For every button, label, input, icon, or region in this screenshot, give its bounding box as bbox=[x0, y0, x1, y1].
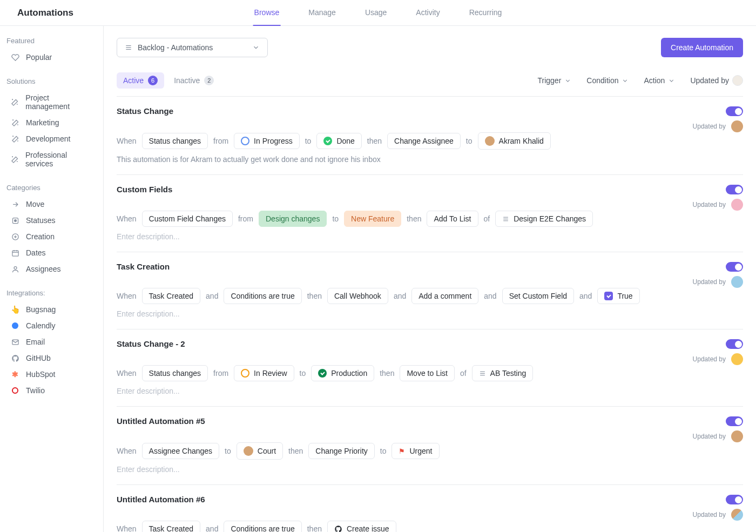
sidebar-item-label: Professional services bbox=[25, 151, 92, 168]
sidebar-item-assignees[interactable]: Assignees bbox=[0, 261, 103, 277]
filter-updated-by[interactable]: Updated by bbox=[690, 75, 743, 86]
sidebar-item-popular[interactable]: Popular bbox=[0, 49, 103, 65]
sidebar-item-hubspot[interactable]: ✱HubSpot bbox=[0, 366, 103, 382]
header-tab-manage[interactable]: Manage bbox=[307, 0, 337, 26]
sidebar-item-email[interactable]: Email bbox=[0, 334, 103, 350]
enable-toggle[interactable] bbox=[726, 416, 743, 426]
header-tab-browse[interactable]: Browse bbox=[253, 0, 281, 26]
header-tab-usage[interactable]: Usage bbox=[364, 0, 388, 26]
chip-label: Design E2E Changes bbox=[514, 214, 586, 223]
chip[interactable]: Status changes bbox=[142, 133, 208, 149]
updated-by-label: Updated by bbox=[693, 278, 726, 286]
automation-description[interactable]: Enter description... bbox=[117, 465, 743, 474]
chip-label: Urgent bbox=[409, 447, 432, 455]
check-square-icon bbox=[604, 292, 613, 300]
enable-toggle[interactable] bbox=[726, 339, 743, 349]
enable-toggle[interactable] bbox=[726, 262, 743, 272]
avatar bbox=[731, 353, 743, 365]
status-chip[interactable]: In Review bbox=[234, 365, 294, 381]
bool-chip[interactable]: True bbox=[597, 288, 639, 304]
status-chip[interactable]: Done bbox=[316, 133, 361, 149]
chip[interactable]: Change Assignee bbox=[387, 133, 461, 149]
chip[interactable]: Set Custom Field bbox=[502, 288, 574, 304]
chip[interactable]: Conditions are true bbox=[224, 521, 301, 532]
main: Backlog - Automations Create Automation … bbox=[104, 26, 756, 532]
automation-item[interactable]: Task CreationUpdated byWhenTask Createda… bbox=[117, 252, 743, 329]
automation-description[interactable]: Enter description... bbox=[117, 232, 743, 241]
sidebar-item-github[interactable]: GitHUb bbox=[0, 350, 103, 366]
sidebar-item-marketing[interactable]: Marketing bbox=[0, 115, 103, 131]
tab-label: Inactive bbox=[174, 76, 200, 85]
avatar bbox=[731, 276, 743, 288]
tab-active[interactable]: Active6 bbox=[117, 72, 164, 89]
wand-icon bbox=[11, 134, 19, 143]
enable-toggle[interactable] bbox=[726, 106, 743, 116]
sidebar-item-label: Assignees bbox=[26, 265, 61, 273]
tag-chip[interactable]: Design changes bbox=[259, 211, 327, 227]
sidebar-item-professional-services[interactable]: Professional services bbox=[0, 147, 103, 172]
token-row: WhenTask CreatedandConditions are trueth… bbox=[117, 288, 743, 304]
create-automation-button[interactable]: Create Automation bbox=[661, 38, 743, 57]
tag-chip[interactable]: New Feature bbox=[344, 211, 401, 227]
sidebar-item-project-management[interactable]: Project management bbox=[0, 90, 103, 115]
svg-point-4 bbox=[14, 266, 17, 269]
updated-by-label: Updated by bbox=[693, 201, 726, 208]
sidebar-item-move[interactable]: Move bbox=[0, 196, 103, 212]
chip[interactable]: Call Webhook bbox=[327, 288, 388, 304]
plus-circle-icon bbox=[11, 232, 19, 241]
chip[interactable]: Status changes bbox=[142, 365, 208, 381]
twilio-icon bbox=[11, 386, 19, 395]
status-dot-icon bbox=[318, 369, 327, 378]
automation-title: Status Change bbox=[117, 106, 173, 116]
automation-description[interactable]: This automation is for Akram to actually… bbox=[117, 155, 743, 164]
sidebar-item-creation[interactable]: Creation bbox=[0, 228, 103, 245]
priority-chip[interactable]: ⚑Urgent bbox=[392, 443, 439, 459]
sidebar-item-statuses[interactable]: Statuses bbox=[0, 212, 103, 228]
sidebar-item-development[interactable]: Development bbox=[0, 131, 103, 147]
list-chip[interactable]: AB Testing bbox=[472, 365, 534, 381]
sidebar-item-bugsnag[interactable]: 👆Bugsnag bbox=[0, 301, 103, 318]
user-chip[interactable]: Court bbox=[237, 442, 283, 460]
chip[interactable]: Move to List bbox=[400, 365, 454, 381]
filter-label: Action bbox=[644, 76, 665, 85]
sidebar-item-twilio[interactable]: Twilio bbox=[0, 382, 103, 399]
chip[interactable]: Custom Field Changes bbox=[142, 211, 233, 227]
status-chip[interactable]: Production bbox=[311, 365, 374, 381]
filter-action[interactable]: Action bbox=[644, 75, 675, 86]
sidebar-item-calendly[interactable]: Calendly bbox=[0, 318, 103, 334]
scope-dropdown[interactable]: Backlog - Automations bbox=[117, 38, 268, 57]
list-chip[interactable]: Design E2E Changes bbox=[495, 211, 593, 227]
automation-item[interactable]: Custom FieldsUpdated byWhenCustom Field … bbox=[117, 174, 743, 252]
sidebar: FeaturedPopularSolutionsProject manageme… bbox=[0, 26, 104, 532]
list-icon bbox=[502, 216, 509, 223]
chip[interactable]: Conditions are true bbox=[224, 288, 301, 304]
chip[interactable]: Assignee Changes bbox=[142, 443, 220, 459]
chip-label: True bbox=[617, 292, 632, 300]
chip[interactable]: Add a comment bbox=[411, 288, 478, 304]
automation-item[interactable]: Status Change - 2Updated byWhenStatus ch… bbox=[117, 329, 743, 406]
header-tab-recurring[interactable]: Recurring bbox=[468, 0, 503, 26]
tab-inactive[interactable]: Inactive2 bbox=[167, 72, 220, 89]
filter-condition[interactable]: Condition bbox=[586, 75, 629, 86]
automation-item[interactable]: Untitled Automation #6Updated byWhenTask… bbox=[117, 484, 743, 532]
chip[interactable]: Add To List bbox=[427, 211, 478, 227]
bugsnag-icon: 👆 bbox=[11, 305, 19, 314]
filter-trigger[interactable]: Trigger bbox=[537, 75, 571, 86]
enable-toggle[interactable] bbox=[726, 495, 743, 504]
user-chip[interactable]: Akram Khalid bbox=[478, 132, 551, 150]
automation-description[interactable]: Enter description... bbox=[117, 309, 743, 318]
automation-item[interactable]: Untitled Automation #5Updated byWhenAssi… bbox=[117, 406, 743, 484]
chip-label: Akram Khalid bbox=[499, 137, 544, 145]
chip[interactable]: Task Created bbox=[142, 288, 200, 304]
enable-toggle[interactable] bbox=[726, 185, 743, 194]
chip[interactable]: Change Priority bbox=[308, 443, 375, 459]
chip[interactable]: Task Created bbox=[142, 521, 200, 532]
status-chip[interactable]: In Progress bbox=[234, 133, 300, 149]
github-chip[interactable]: Create issue bbox=[327, 521, 396, 532]
tab-label: Active bbox=[123, 76, 144, 85]
header-tab-activity[interactable]: Activity bbox=[415, 0, 441, 26]
automation-description[interactable]: Enter description... bbox=[117, 387, 743, 395]
automation-item[interactable]: Status ChangeUpdated byWhenStatus change… bbox=[117, 96, 743, 174]
svg-point-1 bbox=[14, 219, 16, 221]
sidebar-item-dates[interactable]: Dates bbox=[0, 245, 103, 261]
